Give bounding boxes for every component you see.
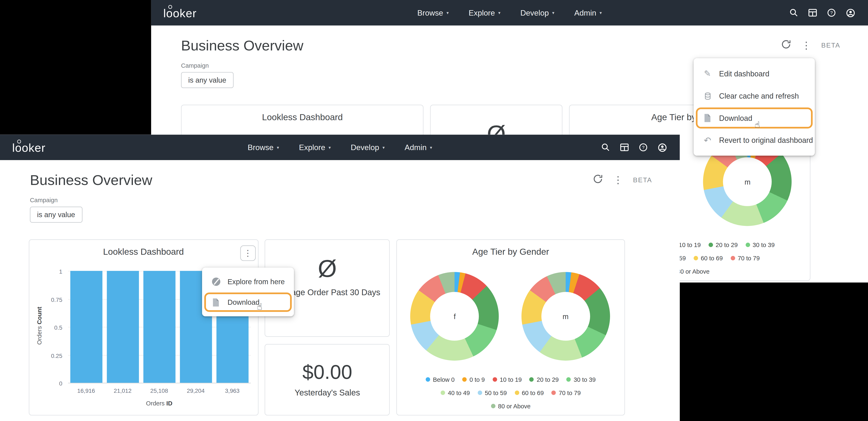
legend-label: 80 or Above	[677, 268, 710, 275]
legend-row: 40 to 4950 to 5960 to 6970 to 79	[397, 388, 625, 397]
kebab-icon[interactable]: ⋮	[613, 175, 623, 185]
legend-item-70-to-79[interactable]: 70 to 79	[731, 254, 760, 262]
nav-item-browse[interactable]: Browse▾	[417, 8, 449, 17]
legend-item-70-to-79[interactable]: 70 to 79	[552, 388, 581, 397]
donut-center-label: m	[563, 312, 568, 320]
dashboards-icon[interactable]	[808, 8, 817, 18]
nav-item-label: Develop	[521, 8, 549, 17]
tile-title: Age Tier by Gender	[397, 240, 625, 257]
legend-dot	[529, 377, 534, 382]
page-header: Business Overview ⋮ BETA	[181, 35, 840, 55]
search-icon[interactable]	[601, 142, 611, 152]
tile-kebab-icon[interactable]: ⋮	[240, 245, 256, 261]
legend-item-0-to-9[interactable]: 0 to 9	[462, 375, 485, 384]
menu-item-edit-dashboard[interactable]: ✎Edit dashboard	[693, 63, 815, 85]
help-icon[interactable]: ?	[638, 142, 648, 152]
legend-label: 0 to 9	[469, 376, 485, 383]
menu-item-label: Download	[719, 114, 752, 122]
tile-title: Lookless Dashboard	[29, 240, 258, 257]
account-icon[interactable]	[657, 142, 668, 152]
x-tick-label: 25,108	[143, 387, 175, 394]
nav-item-label: Admin	[575, 8, 596, 17]
menu-item-label: Edit dashboard	[719, 69, 769, 78]
legend-dot	[693, 256, 698, 260]
nav-item-explore[interactable]: Explore▾	[299, 143, 331, 152]
legend-item-40-to-49[interactable]: 40 to 49	[441, 388, 470, 397]
menu-item-download[interactable]: Download	[202, 292, 294, 312]
legend-label: 50 to 59	[485, 389, 507, 396]
legend-dot	[491, 404, 495, 408]
primary-nav: Browse▾Explore▾Develop▾Admin▾	[248, 143, 432, 152]
foreground-window: looker Browse▾Explore▾Develop▾Admin▾ ? B…	[0, 135, 680, 421]
menu-item-label: Explore from here	[227, 278, 285, 286]
legend-label: 20 to 29	[716, 242, 738, 248]
legend-item-50-to-59[interactable]: 50 to 59	[477, 388, 507, 397]
menu-item-download[interactable]: Download	[693, 107, 815, 129]
x-tick-label: 21,012	[106, 387, 139, 394]
svg-text:?: ?	[830, 10, 833, 16]
header-actions: ⋮ BETA	[780, 39, 840, 52]
search-icon[interactable]	[789, 8, 799, 18]
bar-16-916[interactable]	[70, 271, 102, 383]
logo-ring-icon	[168, 5, 172, 9]
legend-dot	[515, 391, 519, 395]
legend-item-below-0[interactable]: Below 0	[426, 375, 455, 384]
legend-item-30-to-39[interactable]: 30 to 39	[745, 241, 775, 249]
bar-25-108[interactable]	[143, 271, 175, 383]
dashboards-icon[interactable]	[619, 142, 629, 152]
tile-title: Lookless Dashboard	[182, 105, 423, 122]
menu-item-label: Download	[227, 298, 259, 306]
refresh-icon[interactable]	[780, 39, 791, 52]
refresh-icon[interactable]	[592, 173, 603, 187]
nav-item-explore[interactable]: Explore▾	[469, 8, 500, 17]
looker-logo[interactable]: looker	[163, 7, 197, 19]
help-icon[interactable]: ?	[827, 8, 836, 18]
legend-item-20-to-29[interactable]: 20 to 29	[529, 375, 559, 384]
pencil-icon: ✎	[703, 69, 712, 79]
nav-item-admin[interactable]: Admin▾	[405, 143, 432, 152]
legend-item-60-to-69[interactable]: 60 to 69	[693, 254, 723, 262]
campaign-filter-input[interactable]: is any value	[181, 72, 234, 88]
donut-chart-m[interactable]: m	[521, 272, 610, 361]
campaign-filter-input[interactable]: is any value	[30, 206, 82, 223]
donut-center-label: f	[454, 312, 456, 320]
beta-badge: BETA	[822, 41, 840, 49]
looker-logo[interactable]: looker	[12, 142, 45, 153]
nav-item-browse[interactable]: Browse▾	[248, 143, 279, 152]
donut-hole: f	[430, 292, 479, 341]
beta-badge: BETA	[633, 176, 652, 184]
filter-label: Campaign	[181, 62, 234, 69]
bar-21-012[interactable]	[106, 271, 139, 383]
legend-item-80-or-above[interactable]: 80 or Above	[491, 402, 530, 411]
legend-dot	[477, 391, 482, 395]
menu-item-explore-from-here[interactable]: Explore from here	[202, 272, 294, 292]
nav-item-develop[interactable]: Develop▾	[351, 143, 385, 152]
kebab-icon[interactable]: ⋮	[801, 40, 811, 51]
menu-item-clear-cache-and-refresh[interactable]: Clear cache and refresh	[693, 85, 815, 107]
legend-label: 20 to 29	[537, 376, 559, 383]
menu-item-revert-to-original-dashboard[interactable]: ↶Revert to original dashboard	[693, 129, 815, 151]
legend-item-10-to-19[interactable]: 10 to 19	[493, 375, 522, 384]
nav-item-label: Admin	[405, 143, 427, 152]
nav-item-admin[interactable]: Admin▾	[575, 8, 602, 17]
page-title: Business Overview	[181, 37, 303, 54]
legend-label: 10 to 19	[500, 376, 522, 383]
legend-item-60-to-69[interactable]: 60 to 69	[515, 388, 544, 397]
chevron-down-icon: ▾	[430, 145, 432, 150]
looker-logo-text: looker	[12, 141, 45, 153]
dashboard-grid: Lookless Dashboard ⋮ Orders Count 10.750…	[0, 240, 680, 421]
filter-label: Campaign	[30, 197, 82, 203]
y-tick-label: 0.5	[54, 324, 62, 331]
legend-dot	[426, 377, 430, 382]
nav-item-develop[interactable]: Develop▾	[521, 8, 555, 17]
donut-chart-f[interactable]: f	[410, 272, 499, 361]
filter-area: Campaign is any value	[30, 197, 82, 223]
legend-label: 40 to 49	[448, 389, 470, 396]
x-tick-label: 29,204	[180, 387, 212, 394]
account-icon[interactable]	[845, 7, 856, 18]
y-tick-label: 0.75	[51, 296, 62, 303]
primary-nav: Browse▾Explore▾Develop▾Admin▾	[417, 8, 602, 17]
legend-item-20-to-29[interactable]: 20 to 29	[709, 241, 738, 249]
tile-age-tier-by-gender: Age Tier by Gender f m Below 00 to 910 t…	[396, 240, 625, 416]
legend-item-30-to-39[interactable]: 30 to 39	[566, 375, 596, 384]
